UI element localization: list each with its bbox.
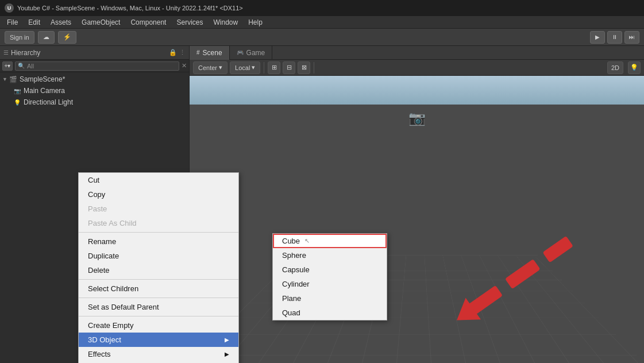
window-title: Youtube C# - SampleScene - Windows, Mac,… — [17, 5, 243, 11]
2d-button[interactable]: 2D — [607, 61, 623, 74]
ctx-cut[interactable]: Cut — [79, 173, 238, 187]
hierarchy-more-icon[interactable]: ⋮ — [179, 49, 186, 56]
ctx-sep-1 — [79, 232, 238, 233]
ctx-3d-object[interactable]: 3D Object ▶ — [79, 333, 238, 347]
hierarchy-toolbar: +▾ 🔍 All ✕ — [0, 60, 189, 72]
svg-rect-1 — [505, 259, 541, 289]
ctx-effects[interactable]: Effects ▶ — [79, 347, 238, 361]
unity-logo: U — [5, 3, 14, 13]
toolbar: Sign in ☁ ⚡ ▶ ⏸ ⏭ — [0, 29, 644, 46]
ctx-3d-arrow: ▶ — [225, 337, 229, 343]
ctx-sep-3 — [79, 298, 238, 298]
ctx-sep-4 — [79, 316, 238, 316]
center-button[interactable]: Center ▾ — [193, 61, 227, 74]
search-placeholder: All — [27, 63, 34, 69]
menu-window[interactable]: Window — [209, 17, 242, 28]
ctx-paste[interactable]: Paste — [79, 202, 238, 216]
ctx-delete[interactable]: Delete — [79, 263, 238, 277]
menu-file[interactable]: File — [2, 17, 22, 28]
scene-tabs: # Scene 🎮 Game — [190, 46, 644, 60]
cursor-indicator: ↖ — [304, 237, 310, 245]
lighting-button[interactable]: 💡 — [628, 61, 641, 74]
center-dropdown-icon: ▾ — [219, 64, 222, 71]
svg-rect-2 — [542, 236, 573, 263]
submenu-cube[interactable]: Cube ↖ — [273, 234, 387, 248]
menu-component[interactable]: Component — [126, 17, 171, 28]
game-tab-label: Game — [246, 49, 265, 57]
scene-tab-icon: # — [196, 49, 200, 56]
hierarchy-add-button[interactable]: +▾ — [2, 61, 13, 71]
hierarchy-item-camera[interactable]: 📷 Main Camera — [0, 85, 189, 96]
step-button[interactable]: ⏭ — [624, 31, 639, 44]
arrow-annotation — [426, 225, 610, 329]
game-tab-icon: 🎮 — [237, 49, 244, 56]
submenu-sphere[interactable]: Sphere — [273, 248, 387, 262]
menu-help[interactable]: Help — [244, 17, 267, 28]
hierarchy-list-icon: ☰ — [3, 49, 9, 56]
ctx-select-children[interactable]: Select Children — [79, 281, 238, 296]
ctx-copy[interactable]: Copy — [79, 187, 238, 202]
collab-button[interactable]: ⚡ — [58, 31, 76, 44]
light-icon: 💡 — [14, 99, 21, 106]
hierarchy-search-clear[interactable]: ✕ — [182, 62, 187, 69]
tab-scene[interactable]: # Scene — [190, 46, 230, 60]
hierarchy-panel: ☰ Hierarchy 🔒 ⋮ +▾ 🔍 All ✕ ▼ 🎬 SampleSce… — [0, 46, 190, 363]
search-icon: 🔍 — [18, 63, 25, 69]
menu-services[interactable]: Services — [172, 17, 207, 28]
hierarchy-scene-row[interactable]: ▼ 🎬 SampleScene* — [0, 74, 189, 85]
hierarchy-header: ☰ Hierarchy 🔒 ⋮ — [0, 46, 189, 60]
ctx-rename[interactable]: Rename — [79, 234, 238, 249]
scene-tb-sep-1 — [264, 62, 264, 74]
menu-edit[interactable]: Edit — [24, 17, 45, 28]
menu-bar: File Edit Assets GameObject Component Se… — [0, 16, 644, 29]
scene-area: # Scene 🎮 Game Center ▾ Local ▾ ⊞ ⊟ ⊠ — [190, 46, 644, 363]
hierarchy-item-light-label: Directional Light — [24, 98, 73, 106]
scene-camera-indicator: 📷 — [408, 110, 426, 126]
scene-toolbar: Center ▾ Local ▾ ⊞ ⊟ ⊠ 2D 💡 — [190, 60, 644, 76]
local-dropdown-icon: ▾ — [252, 64, 255, 71]
gizmo-toggle-btn2[interactable]: ⊟ — [283, 61, 295, 74]
hierarchy-search[interactable]: 🔍 All — [15, 61, 179, 71]
context-menu: Cut Copy Paste Paste As Child Rename Dup… — [78, 172, 239, 363]
sky-background — [190, 76, 644, 105]
svg-rect-0 — [467, 285, 503, 315]
play-button[interactable]: ▶ — [590, 31, 605, 44]
cloud-button[interactable]: ☁ — [38, 31, 55, 44]
menu-assets[interactable]: Assets — [46, 17, 76, 28]
ctx-sep-2 — [79, 279, 238, 280]
gizmo-toggle-btn[interactable]: ⊞ — [268, 61, 280, 74]
menu-gameobject[interactable]: GameObject — [77, 17, 125, 28]
scene-view[interactable]: 📷 ✋ ✜ Cube — [190, 76, 644, 363]
svg-marker-3 — [449, 298, 481, 329]
hierarchy-header-icons: 🔒 ⋮ — [169, 49, 186, 56]
camera-icon: 📷 — [14, 88, 21, 94]
tab-game[interactable]: 🎮 Game — [230, 46, 273, 60]
title-bar: U Youtube C# - SampleScene - Windows, Ma… — [0, 0, 644, 16]
ctx-effects-arrow: ▶ — [225, 351, 229, 357]
play-controls: ▶ ⏸ ⏭ — [590, 31, 639, 44]
hierarchy-item-light[interactable]: 💡 Directional Light — [0, 96, 189, 108]
pause-button[interactable]: ⏸ — [607, 31, 622, 44]
ctx-create-empty[interactable]: Create Empty — [79, 318, 238, 333]
local-button[interactable]: Local ▾ — [230, 61, 260, 74]
submenu-cylinder[interactable]: Cylinder — [273, 277, 387, 291]
ctx-duplicate[interactable]: Duplicate — [79, 249, 238, 263]
scene-icon: 🎬 — [9, 76, 17, 83]
submenu-capsule[interactable]: Capsule — [273, 262, 387, 277]
scene-tab-label: Scene — [203, 49, 222, 57]
hierarchy-lock-icon[interactable]: 🔒 — [169, 49, 177, 56]
main-layout: ☰ Hierarchy 🔒 ⋮ +▾ 🔍 All ✕ ▼ 🎬 SampleSce… — [0, 46, 644, 363]
ctx-paste-as-child[interactable]: Paste As Child — [79, 216, 238, 230]
hierarchy-title: Hierarchy — [11, 49, 40, 57]
hierarchy-item-camera-label: Main Camera — [24, 87, 65, 95]
sign-in-button[interactable]: Sign in — [5, 31, 34, 44]
scene-tb-sep-2 — [314, 62, 314, 74]
ctx-set-default-parent[interactable]: Set as Default Parent — [79, 300, 238, 314]
submenu-quad[interactable]: Quad — [273, 306, 387, 320]
submenu-plane[interactable]: Plane — [273, 291, 387, 306]
submenu-3d: Cube ↖ Sphere Capsule Cylinder Plane Qua… — [272, 233, 387, 320]
scene-name: SampleScene* — [20, 75, 65, 83]
gizmo-toggle-btn3[interactable]: ⊠ — [298, 61, 310, 74]
scene-expand-arrow: ▼ — [2, 76, 7, 82]
